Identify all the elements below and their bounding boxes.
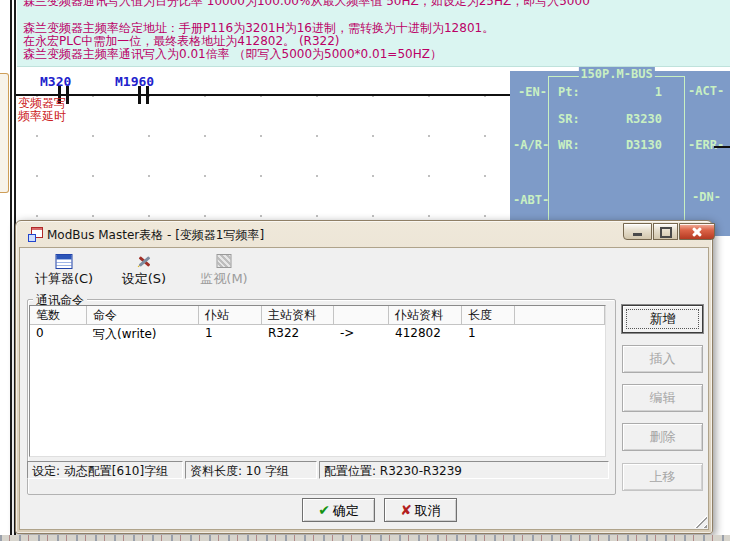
toolbar-settings-button[interactable]: 设定(S) xyxy=(106,252,182,289)
dialog-titlebar[interactable]: ModBus Master表格 - [变频器1写频率] xyxy=(16,221,712,247)
cancel-label: 取消 xyxy=(415,503,441,518)
cancel-button[interactable]: ✘取消 xyxy=(384,498,457,522)
mbus-function-block[interactable]: 150P.M-BUS xyxy=(548,76,685,237)
pin-en: EN xyxy=(518,85,547,99)
modbus-master-dialog: ModBus Master表格 - [变频器1写频率] 计算器(C) 设定(S)… xyxy=(15,220,713,534)
contact-label: M1960 xyxy=(115,74,154,89)
insert-button: 插入 xyxy=(622,345,703,373)
minimize-button[interactable] xyxy=(623,223,652,240)
maximize-icon xyxy=(660,227,672,238)
param-value: D3130 xyxy=(596,138,662,152)
param-name: WR: xyxy=(558,138,580,152)
background-window-edge xyxy=(0,73,9,193)
toolbar-calculator-label: 计算器(C) xyxy=(26,270,102,288)
col-header-slave-data: 仆站资料 xyxy=(389,306,462,324)
col-header-master-data: 主站资料 xyxy=(262,306,334,324)
comment-line: 森兰变频器通讯写入值为百分比率 10000为100.00%从最大频率值 50HZ… xyxy=(23,0,590,10)
move-up-button: 上移 xyxy=(622,463,703,491)
ok-label: 确定 xyxy=(333,503,359,518)
col-header-index: 笔数 xyxy=(30,306,87,324)
col-header-slave: 仆站 xyxy=(199,306,262,324)
dialog-title: ModBus Master表格 - [变频器1写频率] xyxy=(47,227,264,244)
delete-button: 删除 xyxy=(622,423,703,451)
cancel-x-icon: ✘ xyxy=(400,502,412,518)
cell-command: 写入(write) xyxy=(87,325,199,342)
col-header-command: 命令 xyxy=(87,306,199,324)
col-header-arrow xyxy=(334,306,389,324)
param-name: Pt: xyxy=(558,85,580,99)
table-row[interactable]: 0 写入(write) 1 R322 -> 412802 1 xyxy=(30,325,605,342)
cell-slave-data: 412802 xyxy=(389,325,462,342)
ok-button[interactable]: ✔确定 xyxy=(302,498,375,522)
calculator-icon xyxy=(56,254,73,269)
toolbar-settings-label: 设定(S) xyxy=(106,270,182,288)
pin-abt: ABT xyxy=(513,193,549,207)
status-position: 配置位置: R3230-R3239 xyxy=(319,461,609,479)
dialog-client-area: 计算器(C) 设定(S) 监视(M) 通讯命令 笔数 命令 仆站 主站资料 xyxy=(19,247,709,530)
param-value: R3230 xyxy=(596,112,662,126)
ladder-left-rail xyxy=(10,0,12,541)
contact-comment: 变频器写 频率延时 xyxy=(18,97,66,123)
ladder-comment-block[interactable]: 森兰变频器通讯写入值为百分比率 10000为100.00%从最大频率值 50HZ… xyxy=(17,0,730,67)
pin-act: ACT xyxy=(688,84,724,98)
pin-ar: A/R xyxy=(513,138,549,152)
ladder-rung-wire xyxy=(16,94,517,96)
status-config: 设定: 动态配置[610]字组 xyxy=(27,461,183,479)
command-table[interactable]: 笔数 命令 仆站 主站资料 仆站资料 长度 0 写入(write) 1 R322… xyxy=(29,305,606,457)
table-header-row: 笔数 命令 仆站 主站资料 仆站资料 长度 xyxy=(30,306,605,325)
err-output-wire xyxy=(714,146,730,148)
resize-grip[interactable] xyxy=(694,515,707,528)
settings-icon xyxy=(136,254,152,268)
function-block-title: 150P.M-BUS xyxy=(578,67,654,81)
plc-editor-screen: 森兰变频器通讯写入值为百分比率 10000为100.00%从最大频率值 50HZ… xyxy=(0,0,730,541)
cell-master-data: R322 xyxy=(262,325,334,342)
cell-index: 0 xyxy=(30,325,87,342)
toolbar-calculator-button[interactable]: 计算器(C) xyxy=(26,252,102,289)
cell-length: 1 xyxy=(462,325,515,342)
monitor-icon xyxy=(217,254,232,268)
param-name: SR: xyxy=(558,112,580,126)
ladder-grid-dots xyxy=(16,66,510,222)
close-button[interactable] xyxy=(679,223,715,240)
toolbar-monitor-button: 监视(M) xyxy=(186,252,262,289)
add-button[interactable]: 新增 xyxy=(622,305,703,333)
ok-check-icon: ✔ xyxy=(318,502,330,518)
comment-line: 森兰变频器主频率通讯写入为0.01倍率 （即写入5000为5000*0.01=5… xyxy=(23,46,442,63)
status-length: 资料长度: 10 字组 xyxy=(185,461,317,479)
col-header-filler xyxy=(515,306,605,324)
modbus-table-icon xyxy=(28,227,42,241)
cell-slave: 1 xyxy=(199,325,262,342)
edit-button: 编辑 xyxy=(622,384,703,412)
background-toolbar-strip xyxy=(0,535,730,541)
maximize-button[interactable] xyxy=(653,223,678,240)
pin-dn: DN xyxy=(692,190,721,204)
param-value: 1 xyxy=(596,85,662,99)
close-icon xyxy=(680,224,714,239)
pin-err: ERR xyxy=(688,138,724,152)
toolbar-monitor-label: 监视(M) xyxy=(186,270,262,288)
col-header-length: 长度 xyxy=(462,306,515,324)
cell-arrow: -> xyxy=(334,325,389,342)
contact-label: M320 xyxy=(40,74,71,89)
function-block-selection[interactable]: 150P.M-BUS EN A/R ABT ACT ERR DN Pt: 1 S… xyxy=(510,71,730,236)
minimize-icon xyxy=(633,233,642,236)
